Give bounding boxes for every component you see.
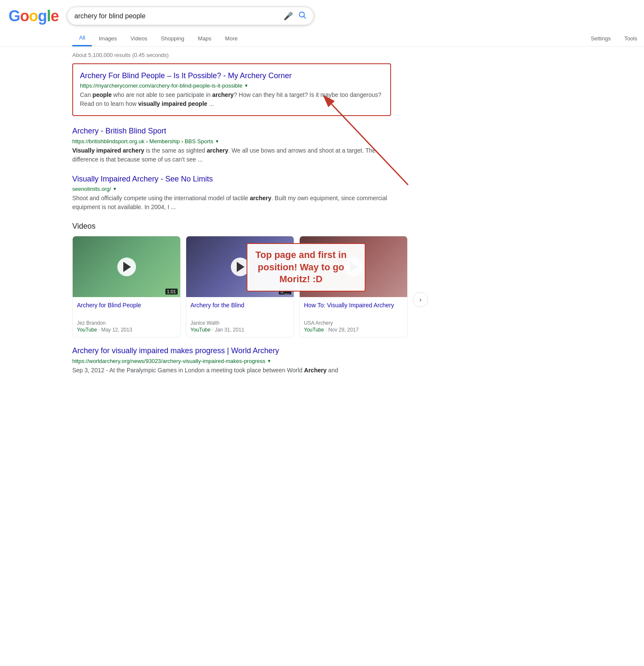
nav-all[interactable]: All	[72, 30, 92, 46]
video-meta-3: USA Archery YouTube · Nov 29, 2017	[304, 320, 403, 333]
results-count: About 5,100,000 results (0.45 seconds)	[0, 47, 644, 63]
annotation-box: Top page and first in position! Way to g…	[247, 243, 366, 292]
bottom-result-title[interactable]: Archery for visually impaired makes prog…	[72, 346, 279, 355]
result-2-snippet: Shoot and officially compete using the i…	[72, 194, 391, 212]
video-thumb-1: 1:01	[73, 236, 180, 297]
bottom-result-url-arrow[interactable]: ▼	[267, 359, 271, 363]
featured-result-url: https://myarcherycorner.com/archery-for-…	[80, 82, 383, 89]
microphone-icon[interactable]: 🎤	[284, 11, 293, 21]
play-triangle-icon-2	[237, 262, 244, 272]
play-button-1[interactable]	[117, 258, 136, 276]
videos-next-button[interactable]: ›	[413, 292, 428, 307]
featured-result-snippet: Can people who are not able to see parti…	[80, 91, 383, 108]
video-source-1: YouTube · May 12, 2013	[77, 327, 176, 333]
videos-section: Videos 1:01 Archery for Blind People Jez…	[72, 222, 404, 337]
video-title-1[interactable]: Archery for Blind People	[77, 301, 176, 317]
videos-title: Videos	[72, 222, 404, 231]
result-1: Archery - British Blind Sport https://br…	[72, 126, 391, 164]
result-1-title[interactable]: Archery - British Blind Sport	[72, 127, 166, 135]
video-meta-1: Jez Brandon YouTube · May 12, 2013	[77, 320, 176, 333]
video-title-3[interactable]: How To: Visually Impaired Archery	[304, 301, 403, 317]
svg-line-1	[304, 17, 306, 19]
video-author-2: Janice Walth	[190, 320, 289, 326]
featured-result-title[interactable]: Archery For Blind People – Is It Possibl…	[80, 71, 292, 80]
video-info-2: Archery for the Blind Janice Walth YouTu…	[186, 297, 294, 337]
video-info-1: Archery for Blind People Jez Brandon You…	[73, 297, 180, 337]
nav-shopping[interactable]: Shopping	[154, 31, 191, 46]
bottom-result-snippet: Sep 3, 2012 - At the Paralympic Games in…	[72, 366, 391, 375]
video-source-3: YouTube · Nov 29, 2017	[304, 327, 403, 333]
search-nav: All Images Videos Shopping Maps More Set…	[0, 27, 644, 47]
nav-tools[interactable]: Tools	[618, 31, 644, 46]
featured-result: Archery For Blind People – Is It Possibl…	[72, 63, 391, 116]
video-author-1: Jez Brandon	[77, 320, 176, 326]
search-input[interactable]	[74, 12, 284, 20]
video-card-1[interactable]: 1:01 Archery for Blind People Jez Brando…	[72, 236, 181, 337]
main-results: Archery For Blind People – Is It Possibl…	[0, 63, 404, 375]
nav-more[interactable]: More	[218, 31, 244, 46]
video-source-2: YouTube · Jan 31, 2011	[190, 327, 289, 333]
result-1-url-arrow[interactable]: ▼	[215, 139, 219, 144]
result-2-url: seenolimits.org/ ▼	[72, 186, 391, 192]
search-icon[interactable]	[298, 11, 306, 21]
result-2: Visually Impaired Archery - See No Limit…	[72, 174, 391, 212]
svg-point-0	[299, 12, 304, 17]
nav-settings[interactable]: Settings	[584, 31, 618, 46]
video-title-2[interactable]: Archery for the Blind	[190, 301, 289, 317]
nav-maps[interactable]: Maps	[191, 31, 218, 46]
search-bar[interactable]: 🎤	[67, 7, 314, 25]
video-info-3: How To: Visually Impaired Archery USA Ar…	[300, 297, 407, 337]
result-2-title[interactable]: Visually Impaired Archery - See No Limit…	[72, 175, 213, 183]
nav-images[interactable]: Images	[92, 31, 124, 46]
result-2-url-arrow[interactable]: ▼	[113, 187, 117, 191]
video-meta-2: Janice Walth YouTube · Jan 31, 2011	[190, 320, 289, 333]
result-1-snippet: Visually impaired archery is the same as…	[72, 146, 391, 164]
video-author-3: USA Archery	[304, 320, 403, 326]
video-duration-1: 1:01	[165, 289, 178, 295]
result-1-url: https://britishblindsport.org.uk › Membe…	[72, 138, 391, 145]
url-dropdown-arrow[interactable]: ▼	[244, 83, 248, 88]
play-triangle-icon	[123, 262, 131, 272]
google-logo: Google	[9, 7, 59, 25]
bottom-result: Archery for visually impaired makes prog…	[72, 346, 391, 374]
nav-videos[interactable]: Videos	[124, 31, 154, 46]
bottom-result-url: https://worldarchery.org/news/93023/arch…	[72, 358, 391, 364]
annotation-text: Top page and first in position! Way to g…	[254, 249, 348, 286]
